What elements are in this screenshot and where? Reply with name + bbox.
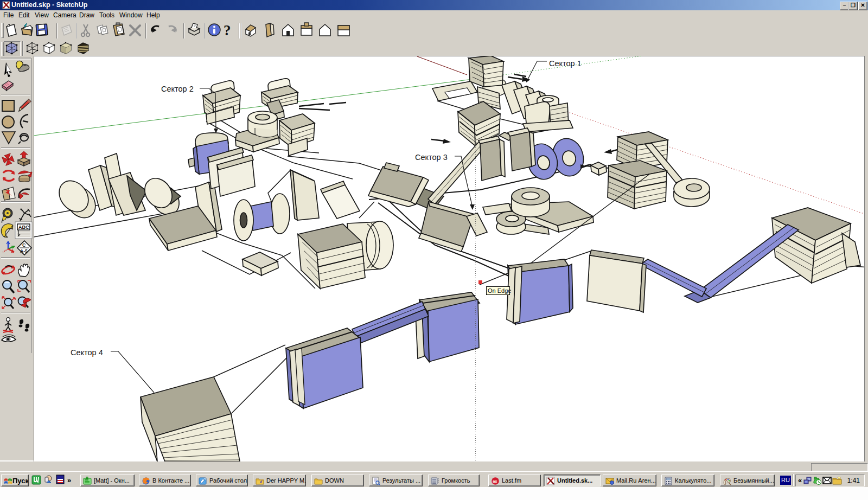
svg-text:Сектор 2: Сектор 2 [161, 85, 194, 93]
svg-text:?: ? [224, 22, 231, 39]
svg-text:C: C [22, 242, 26, 248]
svg-text:Сектор 1: Сектор 1 [549, 59, 582, 68]
svg-text:A-5: A-5 [20, 248, 28, 254]
svg-text:Сектор 3: Сектор 3 [415, 153, 448, 162]
svg-text:On Edge: On Edge [488, 287, 511, 294]
svg-text:as: as [493, 479, 497, 484]
svg-text:ABC: ABC [18, 225, 29, 230]
svg-text:Сектор 4: Сектор 4 [71, 348, 103, 357]
